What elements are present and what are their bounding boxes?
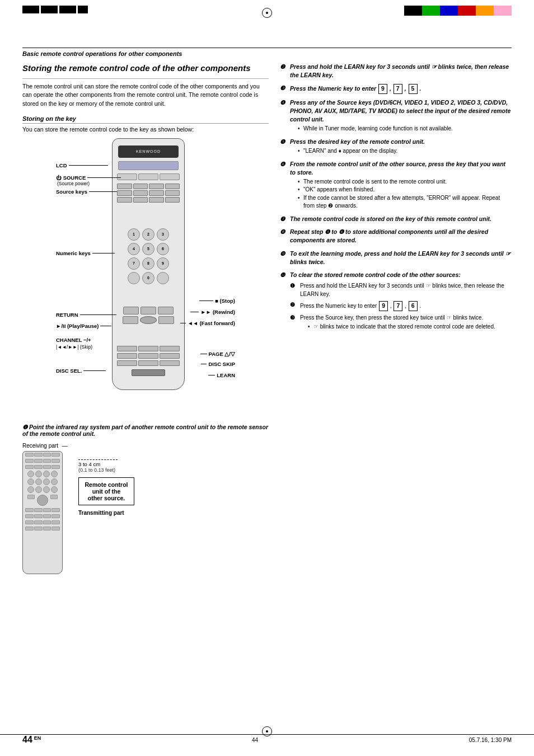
return-label: RETURN <box>56 312 78 318</box>
step9-num: ❾ <box>280 250 288 266</box>
section-title: Storing the remote control code of the o… <box>22 63 269 74</box>
step3-num: ❸ <box>280 84 288 93</box>
mini-remote-diagram <box>22 451 67 574</box>
step9: ❾ To exit the learning mode, press and h… <box>280 250 512 266</box>
step6-bullet2: "OK" appears when finished. <box>298 186 512 194</box>
step10: ❿ To clear the stored remote control cod… <box>280 271 512 334</box>
mini-key <box>34 520 43 524</box>
mini-key <box>51 508 60 512</box>
other-remote-box: Remote control unit of the other source. <box>78 477 134 505</box>
num-btn-9: 9 <box>157 257 169 270</box>
return-connector <box>80 314 116 315</box>
num-btn-0: 0 <box>142 272 154 284</box>
color-block-black <box>404 6 422 16</box>
mini-circle <box>35 486 42 493</box>
ff-connector <box>180 323 186 323</box>
mini-key <box>34 459 43 463</box>
source-connector <box>87 177 121 178</box>
bot-btn <box>138 360 158 366</box>
arrow-section: 3 to 4 cm (0.1 to 0.13 feet) Remote cont… <box>78 459 134 516</box>
sub-step-1: ❶ Press and hold the LEARN key for 3 sec… <box>290 282 512 298</box>
step7-body: The remote control code is stored on the… <box>290 215 512 223</box>
step5-text: Press the desired key of the remote cont… <box>290 138 425 145</box>
dashed-arrow-line <box>78 459 118 460</box>
num-btn-4: 4 <box>128 243 140 255</box>
disc-sel-label: DISC SEL. <box>56 368 82 374</box>
disc-skip-connector <box>201 364 207 364</box>
step7: ❼ The remote control code is stored on t… <box>280 215 512 223</box>
key-row <box>117 197 180 203</box>
mini-key <box>43 514 51 518</box>
main-content: Storing the remote control code of the o… <box>22 63 512 574</box>
ctrl-center-btn <box>140 316 157 324</box>
page: Basic remote control operations for othe… <box>0 0 534 756</box>
key-btn <box>133 184 148 189</box>
mini-key <box>43 459 51 463</box>
mini-circle-row <box>23 486 62 494</box>
mini-remote-body <box>22 451 63 574</box>
ctrl-row <box>117 307 180 314</box>
rewind-label: ►► (Rewind) <box>200 309 235 315</box>
receiving-diagram-container: Receiving part — <box>22 443 269 574</box>
sub-step-1-body: Press and hold the LEARN key for 3 secon… <box>300 282 512 298</box>
receiving-inner: 3 to 4 cm (0.1 to 0.13 feet) Remote cont… <box>22 451 269 574</box>
num-row: 0 <box>119 272 177 284</box>
step2-text: Press and hold the LEARN key for 3 secon… <box>290 63 509 78</box>
rewind-label-container: ►► (Rewind) <box>190 309 235 315</box>
sub-step-3-num: ❸ <box>290 314 298 331</box>
lcd-connector <box>69 165 108 166</box>
mini-circle <box>35 478 42 485</box>
key-btn <box>117 197 132 203</box>
key-btn <box>149 197 164 203</box>
mini-key <box>51 453 60 457</box>
key-btn <box>133 197 148 203</box>
remote-numeric-keys: 1 2 3 4 5 6 7 8 <box>119 228 177 287</box>
step4-bullet1: While in Tuner mode, learning code funct… <box>298 125 512 133</box>
bot-row <box>117 360 180 366</box>
step8-num: ❽ <box>280 228 288 245</box>
channel-label-container: CHANNEL −/+ |◄◄/►►| (Skip) <box>56 337 92 350</box>
source-label-container: ⏻ SOURCE (Source power) <box>56 175 121 186</box>
step10-num: ❿ <box>280 271 288 334</box>
remote-source-area <box>117 173 180 181</box>
learn-connector <box>208 375 215 375</box>
num-btn-6: 6 <box>157 243 169 255</box>
mini-ctrl-btn <box>50 495 58 499</box>
step6-bullet1: The remote control code is sent to the r… <box>298 178 512 186</box>
bot-btn <box>138 346 158 351</box>
num-btn-7: 7 <box>128 257 140 270</box>
footer-datetime: 05.7.16, 1:30 PM <box>469 737 512 743</box>
step3: ❸ Press the Numeric key to enter 9 , 7 ,… <box>280 84 512 93</box>
page-label: PAGE △/▽ <box>209 351 236 357</box>
num-row: 1 2 3 <box>119 228 177 241</box>
mini-key <box>25 453 34 457</box>
mini-key <box>51 520 60 524</box>
mini-key <box>25 514 34 518</box>
color-block-green <box>422 6 440 16</box>
learn-label-container: LEARN <box>208 372 235 378</box>
mini-ctrl-row <box>23 494 62 507</box>
color-block-red <box>458 6 476 16</box>
step3-text: Press the Numeric key to enter <box>290 85 378 92</box>
mini-circle <box>51 478 58 485</box>
step6-bullets: The remote control code is sent to the r… <box>290 178 512 210</box>
mini-key <box>43 453 51 457</box>
mini-key <box>25 459 34 463</box>
disc-sel-connector <box>83 370 106 371</box>
mini-circle <box>43 478 50 485</box>
mini-key-row <box>23 519 62 525</box>
transmitting-label: Transmitting part <box>78 510 124 516</box>
mini-key <box>25 508 34 512</box>
page-number-bold: 44 EN <box>22 735 41 745</box>
bottom-section: ❶ Point the infrared ray system part of … <box>22 424 269 574</box>
step6-text: From the remote control unit of the othe… <box>290 161 505 176</box>
mini-circle <box>51 486 58 493</box>
mini-circle <box>27 478 34 485</box>
step8-text: Repeat step ❹ to ❻ to store additional c… <box>290 228 488 243</box>
sub-heading: Storing on the key <box>22 115 269 124</box>
mini-key-row <box>23 507 62 513</box>
ctrl-btn <box>158 307 174 314</box>
mini-circle <box>43 471 50 477</box>
breadcrumb: Basic remote control operations for othe… <box>22 50 182 57</box>
num-btn-3: 3 <box>157 228 169 241</box>
